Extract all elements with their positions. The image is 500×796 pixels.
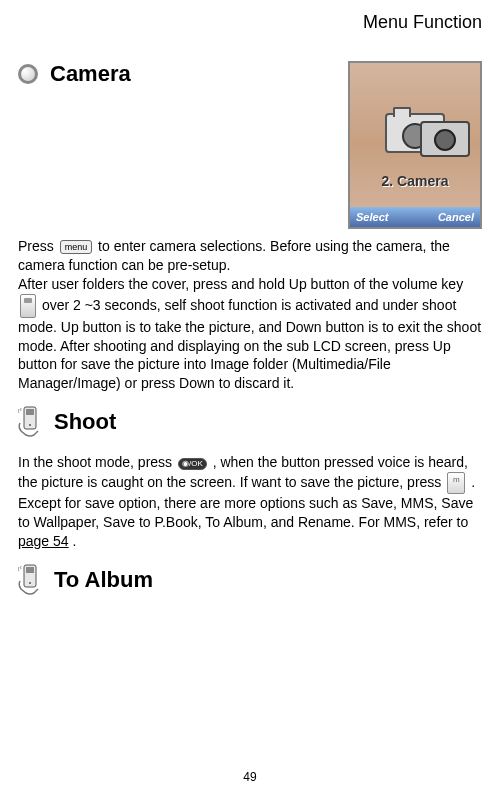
text-fragment: After user folders the cover, press and … <box>18 276 463 292</box>
phone-menu-label: 2. Camera <box>350 173 480 189</box>
section-heading-shoot: Shoot <box>18 405 482 439</box>
phone-hand-icon <box>18 563 44 597</box>
ok-key-icon: ◉/OK <box>178 458 207 470</box>
svg-rect-4 <box>26 567 34 573</box>
heading-text-shoot: Shoot <box>54 409 116 435</box>
m-key-icon: m <box>447 472 465 494</box>
heading-text-camera: Camera <box>50 61 131 87</box>
softkey-cancel: Cancel <box>438 211 474 223</box>
bullet-icon <box>18 64 38 84</box>
svg-rect-1 <box>26 409 34 415</box>
phone-screenshot: 2. Camera Select Cancel <box>348 61 482 229</box>
svg-point-5 <box>29 582 31 584</box>
svg-point-2 <box>29 424 31 426</box>
camera-paragraph-1: Press menu to enter camera selections. B… <box>18 237 482 393</box>
page-header: Menu Function <box>18 12 482 33</box>
section-heading-toalbum: To Album <box>18 563 482 597</box>
page-link[interactable]: page 54 <box>18 533 69 549</box>
text-fragment: . <box>73 533 77 549</box>
page-number: 49 <box>243 770 256 784</box>
section-heading-camera: Camera <box>18 61 338 87</box>
heading-text-toalbum: To Album <box>54 567 153 593</box>
text-fragment: over 2 ~3 seconds, self shoot function i… <box>18 296 481 391</box>
text-fragment: In the shoot mode, press <box>18 454 176 470</box>
shoot-paragraph: In the shoot mode, press ◉/OK , when the… <box>18 453 482 551</box>
volume-key-icon <box>20 294 36 318</box>
text-fragment: Press <box>18 238 58 254</box>
softkey-select: Select <box>356 211 388 223</box>
camera-icon-2 <box>420 121 470 157</box>
phone-hand-icon <box>18 405 44 439</box>
menu-key-icon: menu <box>60 240 93 254</box>
